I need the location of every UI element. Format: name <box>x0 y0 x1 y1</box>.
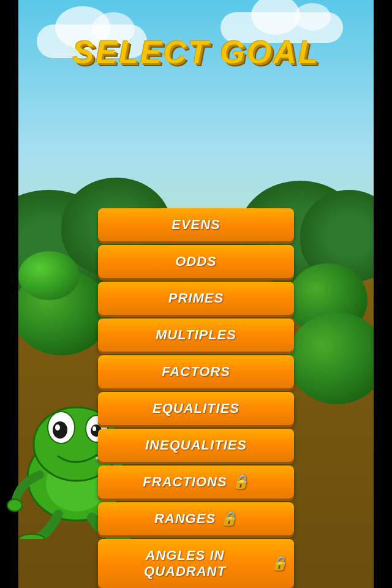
bush-right-bottom <box>288 312 386 404</box>
svg-point-8 <box>92 426 96 431</box>
menu-btn-inequalities[interactable]: INEQUALITIES <box>98 429 294 462</box>
menu-btn-label-equalities: EQUALITIES <box>153 401 239 417</box>
menu-btn-factors[interactable]: FACTORS <box>98 355 294 388</box>
menu-btn-label-odds: ODDS <box>175 254 217 270</box>
menu-btn-multiples[interactable]: MULTIPLES <box>98 318 294 352</box>
menu-btn-label-ranges: RANGES <box>154 511 216 527</box>
lock-icon-fractions: 🔒 <box>232 474 249 490</box>
page-title: SELECT GOAL <box>73 34 320 70</box>
lock-icon-angles: 🔒 <box>271 556 288 571</box>
menu-btn-fractions[interactable]: FRACTIONS🔒 <box>98 466 294 499</box>
app-container: SELECT GOAL <box>0 0 392 588</box>
menu-btn-label-primes: PRIMES <box>168 290 224 306</box>
menu-btn-label-fractions: FRACTIONS <box>143 474 227 490</box>
menu-btn-label-inequalities: INEQUALITIES <box>145 437 247 453</box>
menu-btn-label-factors: FACTORS <box>162 364 230 380</box>
bush-left <box>12 270 110 355</box>
menu-btn-primes[interactable]: PRIMES <box>98 282 294 315</box>
menu-btn-label-multiples: MULTIPLES <box>156 327 236 343</box>
menu-btn-odds[interactable]: ODDS <box>98 245 294 278</box>
menu-btn-angles[interactable]: ANGLES IN QUADRANT🔒 <box>98 539 294 588</box>
menu-btn-ranges[interactable]: RANGES🔒 <box>98 502 294 535</box>
svg-point-6 <box>55 424 60 431</box>
svg-point-5 <box>53 421 67 439</box>
menu-btn-equalities[interactable]: EQUALITIES <box>98 392 294 425</box>
sidebar-right <box>374 0 392 588</box>
lock-icon-ranges: 🔒 <box>221 511 238 527</box>
menu-container: EVENSODDSPRIMESMULTIPLESFACTORSEQUALITIE… <box>98 208 294 588</box>
svg-point-11 <box>7 499 22 511</box>
menu-btn-label-angles: ANGLES IN QUADRANT <box>104 548 266 579</box>
menu-btn-label-evens: EVENS <box>172 217 221 233</box>
menu-btn-evens[interactable]: EVENS <box>98 208 294 241</box>
